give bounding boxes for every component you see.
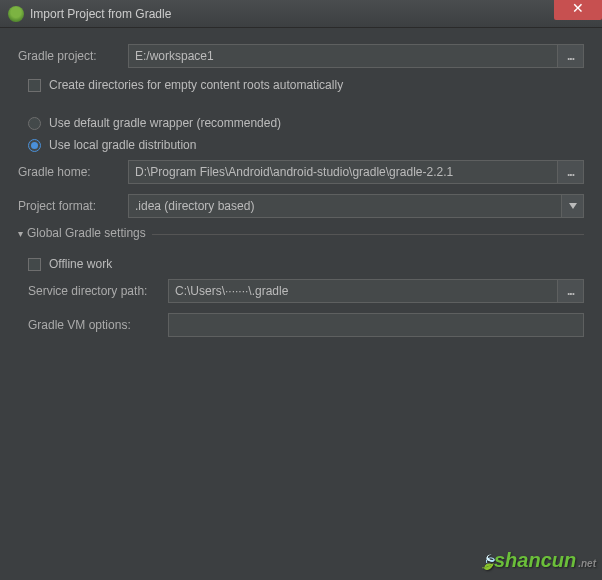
create-dirs-row: Create directories for empty content roo… <box>28 78 584 92</box>
default-wrapper-row: Use default gradle wrapper (recommended) <box>28 116 584 130</box>
gradle-project-row: Gradle project: ... <box>18 44 584 68</box>
vm-options-row: Gradle VM options: <box>28 313 584 337</box>
close-button[interactable]: ✕ <box>554 0 602 20</box>
window-title: Import Project from Gradle <box>30 7 171 21</box>
local-distribution-radio[interactable] <box>28 139 41 152</box>
dialog-content: Gradle project: ... Create directories f… <box>0 28 602 355</box>
global-gradle-legend-label: Global Gradle settings <box>27 226 146 240</box>
project-format-label: Project format: <box>18 199 128 213</box>
collapse-caret-icon: ▾ <box>18 228 23 239</box>
local-distribution-label: Use local gradle distribution <box>49 138 196 152</box>
service-dir-row: Service directory path: ... <box>28 279 584 303</box>
service-dir-label: Service directory path: <box>28 284 168 298</box>
gradle-home-row: Gradle home: ... <box>18 160 584 184</box>
project-format-caret[interactable] <box>562 194 584 218</box>
watermark-net: .net <box>578 558 596 569</box>
default-wrapper-label: Use default gradle wrapper (recommended) <box>49 116 281 130</box>
gradle-home-label: Gradle home: <box>18 165 128 179</box>
offline-work-checkbox[interactable] <box>28 258 41 271</box>
close-icon: ✕ <box>572 0 584 16</box>
app-icon <box>8 6 24 22</box>
watermark-text2: cun <box>541 549 577 572</box>
offline-work-label: Offline work <box>49 257 112 271</box>
vm-options-input[interactable] <box>168 313 584 337</box>
global-gradle-fieldset: ▾ Global Gradle settings Offline work Se… <box>18 234 584 337</box>
create-dirs-checkbox[interactable] <box>28 79 41 92</box>
service-dir-input[interactable] <box>168 279 558 303</box>
gradle-home-input[interactable] <box>128 160 558 184</box>
service-dir-browse-button[interactable]: ... <box>558 279 584 303</box>
gradle-project-label: Gradle project: <box>18 49 128 63</box>
offline-work-row: Offline work <box>28 257 584 271</box>
default-wrapper-radio[interactable] <box>28 117 41 130</box>
global-gradle-legend[interactable]: ▾ Global Gradle settings <box>18 226 152 240</box>
title-bar: Import Project from Gradle ✕ <box>0 0 602 28</box>
project-format-row: Project format: <box>18 194 584 218</box>
watermark-text1: shan <box>494 549 541 572</box>
local-distribution-row: Use local gradle distribution <box>28 138 584 152</box>
vm-options-label: Gradle VM options: <box>28 318 168 332</box>
create-dirs-label: Create directories for empty content roo… <box>49 78 343 92</box>
gradle-project-input[interactable] <box>128 44 558 68</box>
watermark: 🍃 shancun .net <box>479 549 596 572</box>
gradle-project-browse-button[interactable]: ... <box>558 44 584 68</box>
gradle-home-browse-button[interactable]: ... <box>558 160 584 184</box>
chevron-down-icon <box>569 203 577 209</box>
project-format-select[interactable] <box>128 194 562 218</box>
